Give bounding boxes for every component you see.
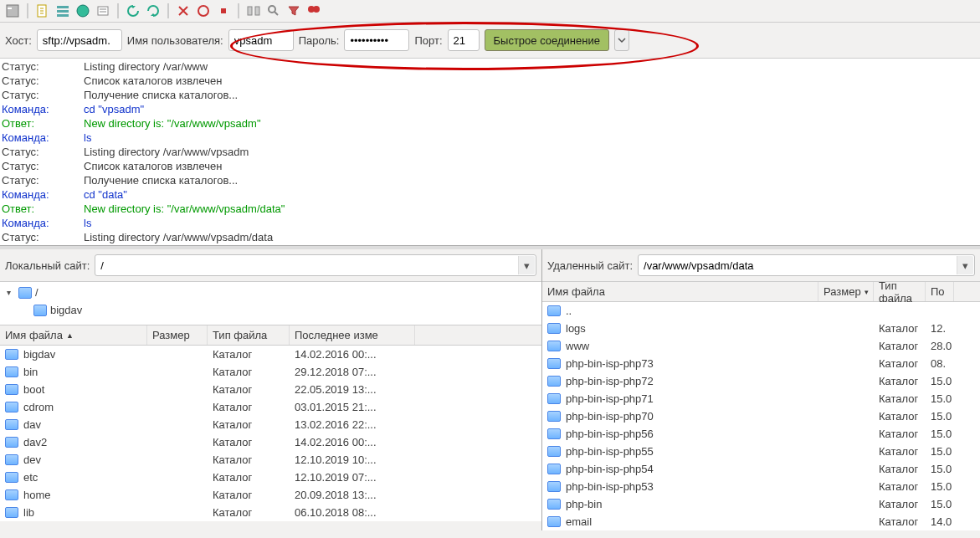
cell-name: lib — [0, 506, 147, 519]
table-row[interactable]: bigdavКаталог14.02.2016 00:... — [0, 346, 541, 363]
refresh-right-icon[interactable] — [146, 3, 161, 18]
folder-icon — [5, 454, 18, 465]
log-row: Статус:Получение списка каталогов... — [0, 173, 980, 187]
remote-path-input[interactable] — [638, 254, 975, 276]
compare-icon[interactable] — [246, 3, 261, 18]
log-message: cd "vpsadm" — [84, 102, 980, 116]
table-row[interactable]: php-bin-isp-php73Каталог08. — [542, 355, 980, 372]
cell-type: Каталог — [208, 506, 290, 519]
table-row[interactable]: php-binКаталог15.0 — [542, 495, 980, 513]
table-row[interactable]: php-bin-isp-php71Каталог15.0 — [542, 390, 980, 407]
table-row[interactable]: php-bin-isp-php70Каталог15.0 — [542, 407, 980, 425]
log-row: Статус:Список каталогов извлечен — [0, 74, 980, 88]
cell-type: Каталог — [874, 445, 926, 458]
table-row[interactable]: php-bin-isp-php56Каталог15.0 — [542, 425, 980, 443]
cell-date: 14.02.2016 00:... — [290, 436, 415, 448]
table-row[interactable]: emailКаталог14.0 — [542, 513, 980, 530]
table-row[interactable]: libКаталог06.10.2018 08:... — [0, 504, 541, 521]
table-row[interactable]: etcКаталог12.10.2019 07:... — [0, 469, 541, 486]
log-label: Статус: — [0, 159, 84, 173]
svg-rect-9 — [221, 8, 226, 13]
log-row: Ответ:New directory is: "/var/www/vpsadm… — [0, 202, 980, 216]
log-label: Команда: — [0, 216, 84, 230]
log-message: ls — [84, 216, 980, 230]
user-input[interactable] — [228, 29, 294, 51]
chevron-down-icon[interactable]: ▾ — [518, 256, 535, 274]
col-size[interactable]: Размер — [147, 325, 208, 345]
table-row[interactable]: php-bin-isp-php55Каталог15.0 — [542, 443, 980, 460]
folder-icon — [547, 376, 561, 387]
folder-icon — [547, 481, 561, 492]
bookmark-icon[interactable] — [306, 3, 321, 18]
svg-point-14 — [313, 6, 320, 13]
queue-icon[interactable] — [95, 3, 110, 18]
reconnect-icon[interactable] — [196, 3, 211, 18]
list-icon[interactable] — [55, 3, 70, 18]
local-pane: Локальный сайт: ▾ ▾/ bigdav Имя файла▲ Р… — [0, 249, 542, 530]
col-type[interactable]: Тип файла — [208, 325, 290, 345]
folder-icon — [5, 349, 18, 360]
table-row[interactable]: .. — [542, 302, 980, 320]
log-row: Статус:Список каталогов извлечен — [0, 159, 980, 173]
svg-point-6 — [77, 5, 89, 17]
quickconnect-button[interactable]: Быстрое соединение — [485, 29, 609, 51]
table-row[interactable]: php-bin-isp-php53Каталог15.0 — [542, 478, 980, 495]
local-path-input[interactable] — [95, 254, 536, 276]
table-row[interactable]: cdromКаталог03.01.2015 21:... — [0, 398, 541, 416]
cell-name: logs — [542, 322, 818, 335]
cell-name: php-bin-isp-php72 — [542, 375, 818, 387]
tree-label: / — [35, 286, 38, 299]
cell-type: Каталог — [208, 489, 290, 501]
filter-icon[interactable] — [286, 3, 301, 18]
col-type[interactable]: Тип файла — [874, 282, 926, 301]
cell-date: 15.0 — [926, 445, 954, 458]
chevron-down-icon[interactable]: ▾ — [957, 256, 973, 274]
quickconnect-history-dropdown[interactable] — [614, 29, 629, 51]
table-row[interactable]: logsКаталог12. — [542, 320, 980, 337]
cell-name: php-bin-isp-php53 — [542, 480, 818, 493]
message-log[interactable]: Статус:Listing directory /var/wwwСтатус:… — [0, 59, 980, 246]
host-label: Хост: — [5, 34, 32, 47]
cell-name: php-bin-isp-php73 — [542, 357, 818, 370]
pass-input[interactable] — [344, 29, 409, 51]
cancel-icon[interactable] — [216, 3, 231, 18]
table-row[interactable]: bootКаталог22.05.2019 13:... — [0, 381, 541, 398]
log-message: Получение списка каталогов... — [84, 88, 980, 102]
col-date[interactable]: Последнее изме — [290, 325, 415, 345]
folder-icon — [547, 358, 561, 369]
edit-icon[interactable] — [35, 3, 50, 18]
table-row[interactable]: php-bin-isp-php72Каталог15.0 — [542, 372, 980, 390]
table-row[interactable]: wwwКаталог28.0 — [542, 337, 980, 355]
col-name[interactable]: Имя файла — [542, 282, 818, 301]
table-row[interactable]: devКаталог12.10.2019 10:... — [0, 451, 541, 469]
log-row: Команда:cd "vpsadm" — [0, 102, 980, 116]
cell-date: 12.10.2019 07:... — [290, 471, 415, 484]
col-date[interactable]: По — [926, 282, 954, 301]
local-tree[interactable]: ▾/ bigdav — [0, 282, 541, 325]
local-file-list[interactable]: bigdavКаталог14.02.2016 00:...binКаталог… — [0, 346, 541, 521]
host-input[interactable] — [37, 29, 122, 51]
globe-icon[interactable] — [75, 3, 90, 18]
folder-icon — [547, 341, 561, 351]
svg-point-8 — [198, 6, 208, 16]
folder-icon — [547, 411, 561, 422]
table-row[interactable]: php-bin-isp-php54Каталог15.0 — [542, 460, 980, 478]
table-row[interactable]: davКаталог13.02.2016 22:... — [0, 416, 541, 433]
search-icon[interactable] — [266, 3, 281, 18]
remote-file-list[interactable]: ..logsКаталог12.wwwКаталог28.0php-bin-is… — [542, 302, 980, 530]
table-row[interactable]: binКаталог29.12.2018 07:... — [0, 363, 541, 381]
disconnect-icon[interactable] — [176, 3, 191, 18]
svg-point-12 — [269, 6, 275, 13]
col-size[interactable]: Размер▾ — [818, 282, 874, 301]
cell-date: 15.0 — [926, 480, 954, 493]
col-name[interactable]: Имя файла▲ — [0, 325, 147, 345]
cell-date: 12. — [926, 322, 954, 335]
table-row[interactable]: dav2Каталог14.02.2016 00:... — [0, 433, 541, 451]
sitemanager-icon[interactable] — [5, 3, 20, 18]
port-input[interactable] — [448, 29, 480, 51]
log-message: Listing directory /var/www — [84, 59, 980, 74]
cell-type: Каталог — [208, 383, 290, 396]
table-row[interactable]: homeКаталог20.09.2018 13:... — [0, 486, 541, 504]
refresh-left-icon[interactable] — [126, 3, 141, 18]
cell-type: Каталог — [874, 480, 926, 493]
